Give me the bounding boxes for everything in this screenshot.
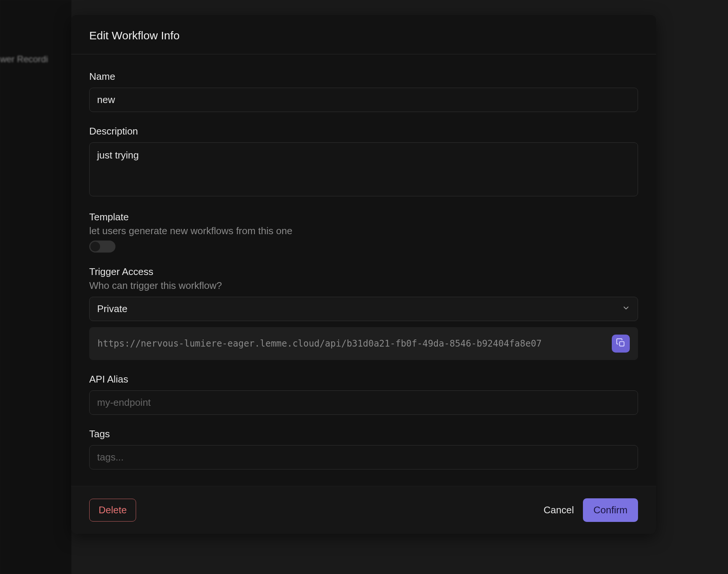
modal-header: Edit Workflow Info <box>71 15 656 54</box>
api-alias-label: API Alias <box>89 374 638 385</box>
api-alias-input[interactable] <box>89 390 638 415</box>
chevron-down-icon <box>622 303 630 315</box>
template-label: Template <box>89 211 638 223</box>
name-group: Name <box>89 71 638 112</box>
template-sublabel: let users generate new workflows from th… <box>89 225 638 237</box>
toggle-knob <box>90 242 100 251</box>
tags-input[interactable] <box>89 445 638 469</box>
cancel-button[interactable]: Cancel <box>544 504 574 516</box>
name-input[interactable] <box>89 88 638 112</box>
backdrop-blurred-text: wer Recordi <box>0 54 48 64</box>
description-group: Description just trying <box>89 126 638 198</box>
tags-label: Tags <box>89 428 638 440</box>
trigger-url-box: https://nervous-lumiere-eager.lemme.clou… <box>89 327 638 360</box>
delete-button[interactable]: Delete <box>89 499 136 522</box>
trigger-group: Trigger Access Who can trigger this work… <box>89 266 638 360</box>
edit-workflow-modal: Edit Workflow Info Name Description just… <box>71 15 656 534</box>
trigger-sublabel: Who can trigger this workflow? <box>89 280 638 291</box>
trigger-url: https://nervous-lumiere-eager.lemme.clou… <box>97 338 542 349</box>
modal-body: Name Description just trying Template le… <box>71 54 656 486</box>
api-alias-group: API Alias <box>89 374 638 415</box>
modal-title: Edit Workflow Info <box>89 29 638 42</box>
template-group: Template let users generate new workflow… <box>89 211 638 253</box>
modal-footer: Delete Cancel Confirm <box>71 486 656 534</box>
copy-url-button[interactable] <box>612 335 630 353</box>
description-input[interactable]: just trying <box>89 142 638 196</box>
trigger-access-select[interactable]: Private <box>89 297 638 321</box>
trigger-selected-value: Private <box>97 303 127 315</box>
name-label: Name <box>89 71 638 82</box>
template-toggle[interactable] <box>89 241 115 253</box>
confirm-button[interactable]: Confirm <box>583 498 638 522</box>
svg-rect-0 <box>620 342 624 346</box>
tags-group: Tags <box>89 428 638 469</box>
trigger-label: Trigger Access <box>89 266 638 278</box>
copy-icon <box>616 338 626 349</box>
backdrop-panel <box>0 0 71 574</box>
footer-right: Cancel Confirm <box>544 498 638 522</box>
description-label: Description <box>89 126 638 137</box>
